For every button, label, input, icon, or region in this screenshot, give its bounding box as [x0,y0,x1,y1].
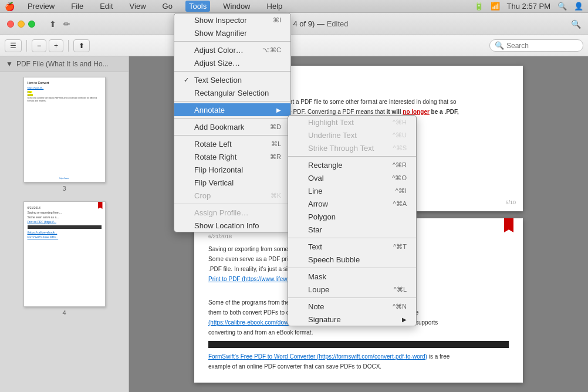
zoom-out-button[interactable]: − [32,39,46,52]
annotate-submenu[interactable]: Highlight Text ^⌘H Underline Text ^⌘U St… [288,115,417,326]
menu-loupe[interactable]: Loupe ^⌘L [288,283,416,296]
menu-speech-bubble-label: Speech Bubble [308,255,360,264]
separator-tools-6 [174,204,290,204]
menubar-window[interactable]: Window [219,1,254,12]
menu-oval[interactable]: Oval ^⌘O [288,171,416,184]
menu-show-location-label: Show Location Info [194,221,259,230]
wifi-icon: 📶 [491,2,500,11]
menu-crop-label: Crop [194,191,211,200]
shortcut-show-inspector: ⌘I [273,16,281,24]
share-button[interactable]: ⬆ [49,19,56,29]
search-input[interactable] [506,42,578,50]
traffic-lights [7,21,35,28]
menu-flip-vertical-label: Flip Vertical [194,178,234,187]
tools-dropdown[interactable]: Show Inspector ⌘I Show Magnifier Adjust … [174,13,291,232]
menu-show-location[interactable]: Show Location Info [174,219,290,232]
sidebar-toggle[interactable]: ☰ [5,39,22,52]
menu-show-magnifier[interactable]: Show Magnifier [174,26,290,39]
menu-rotate-left[interactable]: Rotate Left ⌘L [174,137,290,150]
title-bar: ⬆ ✏ PDF File (page 4 of 9) — Edited 🔍 [0,13,588,35]
menu-note-label: Note [308,302,324,311]
menu-adjust-size[interactable]: Adjust Size… [174,56,290,69]
menu-assign-profile[interactable]: Assign Profile… [174,206,290,219]
separator-annotate-1 [288,156,416,157]
menu-signature[interactable]: Signature ▶ [288,313,416,326]
annotate-submenu-arrow: ▶ [276,107,281,113]
pencil-button[interactable]: ✏ [63,19,70,29]
page-number-top: 5/10 [505,198,516,207]
zoom-in-button[interactable]: + [49,39,63,52]
menu-loupe-label: Loupe [308,285,329,294]
menu-add-bookmark[interactable]: Add Bookmark ⌘D [174,120,290,133]
menu-rectangle-label: Rectangle [308,161,343,170]
menu-highlight-text[interactable]: Highlight Text ^⌘H [288,116,416,129]
menu-speech-bubble[interactable]: Speech Bubble [288,253,416,266]
shortcut-rectangle: ^⌘R [393,161,407,169]
menu-text-selection[interactable]: ✓ Text Selection [174,73,290,86]
search-magnifier-icon: 🔍 [495,41,504,50]
menu-adjust-color[interactable]: Adjust Color… ⌥⌘C [174,43,290,56]
menu-rectangle[interactable]: Rectangle ^⌘R [288,158,416,171]
menu-rectangular-selection[interactable]: Rectangular Selection [174,86,290,99]
blackout-bar [208,341,509,348]
menubar-tools[interactable]: Tools [185,1,210,12]
menu-flip-horizontal-label: Flip Horizontal [194,165,243,174]
menu-show-inspector[interactable]: Show Inspector ⌘I [174,13,290,26]
menubar-edit[interactable]: Edit [96,1,116,12]
menu-rotate-left-label: Rotate Left [194,140,232,148]
separator-2 [68,40,69,52]
search-bar[interactable]: 🔍 [489,39,583,52]
edited-label: Edited [327,19,349,28]
menu-text[interactable]: Text ^⌘T [288,240,416,253]
sidebar-title: PDF File (What It Is and Ho... [16,60,109,68]
close-button[interactable] [7,21,14,28]
shortcut-underline: ^⌘U [393,131,407,139]
menubar-help[interactable]: Help [263,1,286,12]
menubar-view[interactable]: View [126,1,150,12]
menu-star[interactable]: Star [288,223,416,236]
menu-polygon-label: Polygon [308,212,336,221]
shortcut-adjust-color: ⌥⌘C [262,46,281,54]
apple-menu[interactable]: 🍎 [5,2,15,11]
search-icon[interactable]: 🔍 [557,2,567,11]
menu-highlight-text-label: Highlight Text [308,118,354,127]
menubar-go[interactable]: Go [159,1,176,12]
maximize-button[interactable] [28,21,35,28]
menubar-file[interactable]: File [67,1,87,12]
menu-note[interactable]: Note ^⌘N [288,300,416,313]
sidebar-thumb-3[interactable]: How to Convert https://www.lif... they '… [23,77,106,192]
menu-crop[interactable]: Crop ⌘K [174,189,290,202]
thumb-page-3: How to Convert https://www.lif... they '… [23,77,106,183]
menu-arrow[interactable]: Arrow ^⌘A [288,197,416,210]
sidebar-thumb-4[interactable]: 6/21/2018 Saving or exporting from... So… [23,201,106,316]
menu-strikethrough-text[interactable]: Strike Through Text ^⌘S [288,141,416,154]
menu-text-label: Text [308,242,322,251]
menu-adjust-color-label: Adjust Color… [194,46,244,55]
menu-annotate[interactable]: Annotate ▶ [174,103,290,116]
menu-annotate-label: Annotate [194,106,225,114]
menu-star-label: Star [308,225,322,234]
minimize-button[interactable] [18,21,25,28]
macos-menubar: 🍎 Preview File Edit View Go Tools Window… [0,0,588,13]
menu-underline-text[interactable]: Underline Text ^⌘U [288,129,416,141]
menu-flip-vertical[interactable]: Flip Vertical [174,176,290,189]
shortcut-text: ^⌘T [393,243,407,251]
separator-annotate-2 [288,238,416,238]
sidebar-collapse-icon[interactable]: ▼ [6,60,13,68]
separator-tools-4 [174,118,290,119]
menu-flip-horizontal[interactable]: Flip Horizontal [174,163,290,176]
menu-line[interactable]: Line ^⌘I [288,184,416,197]
menu-polygon[interactable]: Polygon [288,210,416,223]
separator-tools-2 [174,71,290,72]
menubar-preview[interactable]: Preview [24,1,58,12]
menu-oval-label: Oval [308,174,324,183]
toolbar: ☰ − + ⬆ 🔍 [0,35,588,56]
separator-tools-1 [174,41,290,42]
menu-rotate-right[interactable]: Rotate Right ⌘R [174,150,290,163]
shortcut-note: ^⌘N [393,303,407,310]
search-icon-toolbar[interactable]: 🔍 [571,19,581,29]
menu-mask[interactable]: Mask [288,270,416,283]
separator-annotate-4 [288,298,416,298]
share-toolbar-button[interactable]: ⬆ [73,39,90,52]
user-icon[interactable]: 👤 [574,2,583,11]
